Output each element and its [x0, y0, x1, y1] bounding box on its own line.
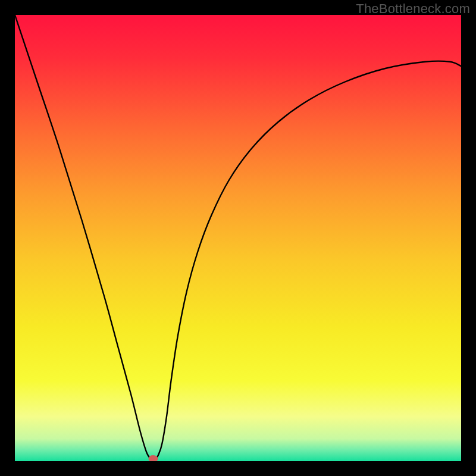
plot-frame — [15, 15, 461, 461]
bottleneck-chart — [15, 15, 461, 461]
gradient-background — [15, 15, 461, 461]
